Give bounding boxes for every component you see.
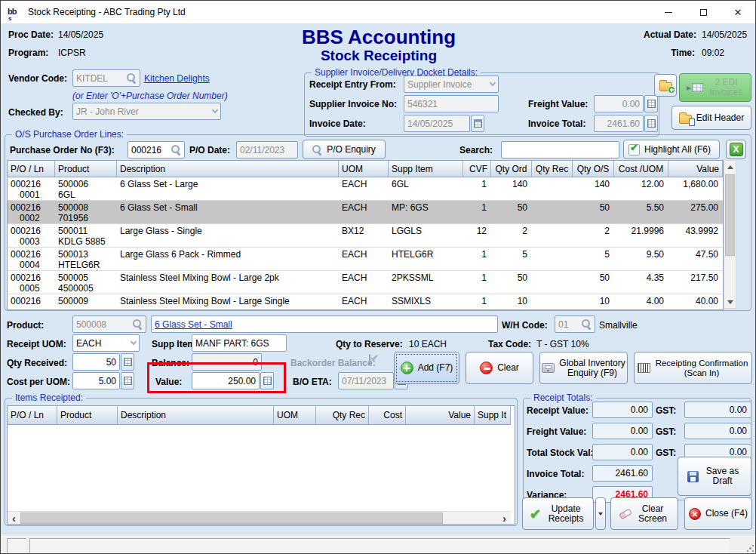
qty-received-field: 50 [72,353,134,371]
chevron-down-icon [490,79,496,85]
checkbox-checked-icon[interactable] [628,144,640,155]
highlight-all-checkbox[interactable]: Highlight All (F6) [623,140,720,159]
clear-button[interactable]: Clear [466,352,533,384]
receipt-entry-from-select[interactable]: Supplier Invoice [404,75,499,93]
po-date-input[interactable]: 02/11/2023 [236,141,298,159]
value-calculator-button[interactable] [260,372,274,389]
add-button[interactable]: Add (F7) [394,352,459,384]
uom-cell: EACH [339,248,389,270]
po-line-row[interactable]: 0002160004 500013HTELG6R Large Glass 6 P… [8,248,723,271]
wh-code-input[interactable]: 01 [555,315,595,333]
excel-export-button[interactable] [726,140,746,159]
qty-received-calculator-button[interactable] [121,353,134,371]
value-label: Value: [155,377,182,387]
cost-per-uom-input[interactable]: 5.00 [72,372,120,389]
column-header: Qty Ord [491,161,532,177]
po-line-row[interactable]: 0002160001 5000066GL 6 Glass Set - Large… [8,177,723,201]
checked-by-select[interactable]: JR - John River [72,103,221,120]
app-title: BBS Accounting [250,26,507,49]
open-edi-folder-button[interactable] [654,74,677,97]
po-line-row[interactable]: 0002160005 5000054500005 Stainless Steel… [8,271,723,294]
maximize-button[interactable] [686,1,721,23]
po-number-input[interactable]: 000216 [128,141,185,159]
po-date-label: P/O Date: [189,145,230,155]
status-bar [1,534,756,554]
product-search-icon[interactable] [133,319,143,329]
clear-screen-button[interactable]: Clear Screen [610,497,678,530]
scroll-thumb[interactable] [725,174,735,256]
update-receipts-button[interactable]: Update Receipts [522,497,594,530]
vendor-code-input[interactable]: KITDEL [72,69,140,87]
balance-input[interactable]: 0 [192,353,262,371]
clear-screen-label: Clear Screen [636,504,669,524]
invoice-total-sum-amount: 2461.60 [616,468,648,479]
vendor-name-link[interactable]: Kitchen Delights [144,73,210,84]
calculator-icon [124,377,132,385]
vendor-search-icon[interactable] [127,73,137,83]
minimize-button[interactable] [651,1,686,23]
gst-label: GST: [656,405,676,416]
freight-gst-field: 0.00 [684,423,751,439]
cvf-cell: 1 [463,177,491,200]
close-window-button[interactable]: ✕ [721,1,755,23]
scroll-left-button[interactable]: ‹ [8,512,20,525]
cost-calculator-button[interactable] [121,372,134,389]
invoice-total-calculator-button[interactable] [644,115,658,132]
value-amount: 250.00 [228,376,256,386]
supplier-invoice-no-input[interactable]: 546321 [404,95,499,112]
qty-rec-cell [532,201,573,223]
qty-received-value: 50 [106,357,116,368]
wh-search-icon[interactable] [582,319,592,329]
po-ln-cell: 000216 [8,294,55,309]
invoice-total-amount: 2461.60 [607,118,640,129]
edit-header-button[interactable]: Edit Header [671,106,751,130]
invoice-total-input[interactable]: 2461.60 [594,115,644,132]
receipt-uom-select[interactable]: EACH [72,334,140,352]
product-description-link[interactable]: 6 Glass Set - Small [155,319,232,330]
scroll-right-button[interactable]: › [498,512,511,525]
uom-cell: EACH [339,177,389,200]
invoice-date-input[interactable]: 14/05/2025 [404,115,470,132]
qty-received-input[interactable]: 50 [72,353,120,371]
value-input[interactable]: 250.00 [192,372,260,389]
po-search-icon[interactable] [171,145,181,155]
po-table-vscrollbar[interactable] [724,160,736,309]
scroll-down-button[interactable] [724,296,736,308]
scroll-up-button[interactable] [724,161,736,173]
po-line-row[interactable]: 000216 500009 Stainless Steel Mixing Bow… [8,294,723,309]
supp-item-cell: LGGLS [389,224,463,247]
receipting-confirmation-button[interactable]: Receipting Confirmation (Scan In) [634,352,752,384]
bo-eta-input[interactable]: 07/11/2023 [338,372,394,389]
po-line-row[interactable]: 0002160002 500008701956 6 Glass Set - Sm… [8,201,723,224]
cvf-cell: 12 [463,224,491,247]
edi-invoices-button[interactable]: 2 EDI Invoices [679,73,751,102]
freight-value-amount: 0.00 [622,99,640,109]
supp-item-input[interactable]: MANF PART: 6GS [192,334,287,352]
cost-uom-cell: 4.35 [614,271,668,294]
close-icon: ✕ [734,8,742,17]
search-input[interactable] [501,141,619,159]
product-code-input[interactable]: 500008 [72,315,146,333]
close-f4-button[interactable]: Close (F4) [684,497,752,530]
column-header: Qty O/S [573,161,614,177]
resize-grip[interactable] [746,544,754,552]
column-header: Cost /UOM [614,161,668,177]
backorder-balance-checkbox[interactable] [369,354,370,366]
items-receipted-legend: Items Receipted: [12,392,86,403]
po-line-row[interactable]: 0002160003 500011KDLG 5885 Large Glass -… [8,224,723,248]
freight-calculator-button[interactable] [644,95,658,112]
update-receipts-dropdown-button[interactable] [595,497,606,530]
qty-ord-cell: 50 [491,271,532,294]
product-cell: 500011KDLG 5885 [55,224,117,247]
items-table-hscrollbar[interactable]: ‹ › [8,511,511,524]
qty-os-cell: 50 [573,271,614,294]
save-as-draft-button[interactable]: Save as Draft [678,457,751,496]
freight-value-input[interactable]: 0.00 [594,95,644,112]
time-value: 09:02 [702,48,724,58]
invoice-date-calendar-button[interactable] [471,115,484,132]
scroll-thumb[interactable] [20,512,443,524]
gst-label: GST: [656,426,676,437]
global-inventory-enquiry-button[interactable]: Global Inventory Enquiry (F9) [539,352,628,384]
save-as-draft-label: Save as Draft [703,466,742,486]
po-enquiry-button[interactable]: P/O Enquiry [303,140,386,159]
